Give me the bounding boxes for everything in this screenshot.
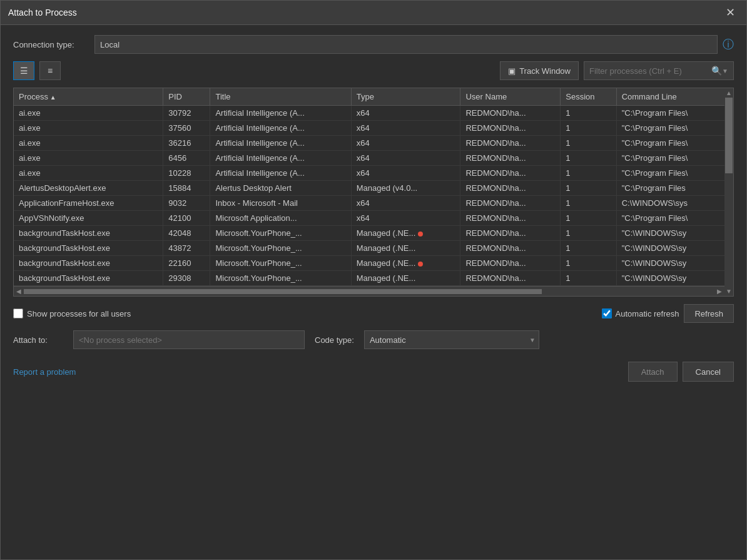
table-row[interactable]: AppVShNotify.exe42100Microsoft Applicati… bbox=[14, 211, 724, 226]
process-table-main: Process PID Title Type User Name Session… bbox=[14, 88, 724, 296]
h-scroll-track bbox=[24, 289, 714, 294]
col-session[interactable]: Session bbox=[561, 88, 616, 106]
table-row[interactable]: backgroundTaskHost.exe42048Microsoft.You… bbox=[14, 226, 724, 241]
report-problem-link[interactable]: Report a problem bbox=[13, 367, 76, 377]
automatic-refresh-checkbox[interactable] bbox=[602, 308, 612, 318]
attach-to-label: Attach to: bbox=[13, 335, 63, 345]
table-row[interactable]: ai.exe30792Artificial Intelligence (A...… bbox=[14, 106, 724, 121]
filter-input[interactable] bbox=[584, 64, 706, 78]
attach-to-process-dialog: Attach to Process ✕ Connection type: Loc… bbox=[0, 0, 747, 560]
table-row[interactable]: backgroundTaskHost.exe29308Microsoft.You… bbox=[14, 271, 724, 286]
code-type-label: Code type: bbox=[315, 335, 354, 345]
managed-dot-indicator bbox=[418, 262, 423, 267]
filter-dropdown-icon: ▼ bbox=[722, 68, 728, 74]
table-row[interactable]: AlertusDesktopAlert.exe15884Alertus Desk… bbox=[14, 181, 724, 196]
track-window-button[interactable]: ▣ Track Window bbox=[500, 61, 579, 80]
show-all-users-label[interactable]: Show processes for all users bbox=[13, 308, 131, 318]
v-scroll-thumb bbox=[725, 98, 733, 173]
auto-refresh-group: Automatic refresh Refresh bbox=[602, 304, 734, 323]
scroll-right-arrow[interactable]: ▶ bbox=[716, 288, 723, 295]
table-row[interactable]: backgroundTaskHost.exe43872Microsoft.You… bbox=[14, 241, 724, 256]
attach-button[interactable]: Attach bbox=[628, 362, 678, 382]
connection-type-label: Connection type: bbox=[13, 40, 88, 49]
title-bar: Attach to Process ✕ bbox=[1, 1, 746, 25]
scroll-up-arrow[interactable]: ▲ bbox=[724, 88, 733, 98]
filter-search-button[interactable]: 🔍 ▼ bbox=[706, 64, 733, 77]
list-view-button[interactable]: ☰ bbox=[13, 61, 34, 80]
table-row[interactable]: ai.exe36216Artificial Intelligence (A...… bbox=[14, 136, 724, 151]
detail-view-icon: ≡ bbox=[48, 66, 53, 76]
toolbar-row: ☰ ≡ ▣ Track Window 🔍 ▼ bbox=[13, 61, 734, 80]
vertical-scrollbar[interactable]: ▲ ▼ bbox=[724, 88, 733, 296]
scroll-down-arrow[interactable]: ▼ bbox=[724, 287, 733, 296]
col-process[interactable]: Process bbox=[14, 88, 163, 106]
dialog-body: Connection type: Local ⓘ ☰ ≡ ▣ Track Win… bbox=[1, 25, 746, 559]
show-all-users-text: Show processes for all users bbox=[27, 309, 131, 318]
detail-view-button[interactable]: ≡ bbox=[39, 61, 61, 80]
table-row[interactable]: ai.exe37560Artificial Intelligence (A...… bbox=[14, 121, 724, 136]
search-icon: 🔍 bbox=[711, 66, 722, 76]
list-view-icon: ☰ bbox=[20, 66, 28, 76]
close-button[interactable]: ✕ bbox=[722, 6, 739, 19]
attach-to-input[interactable] bbox=[73, 330, 305, 349]
refresh-button[interactable]: Refresh bbox=[684, 304, 734, 323]
managed-dot-indicator bbox=[418, 232, 423, 237]
col-pid[interactable]: PID bbox=[163, 88, 210, 106]
show-all-users-checkbox[interactable] bbox=[13, 308, 23, 318]
h-scroll-thumb bbox=[24, 289, 542, 294]
attach-to-row: Attach to: Code type: Automatic ▼ bbox=[13, 330, 734, 349]
bottom-action-row: Report a problem Attach Cancel bbox=[13, 357, 734, 384]
automatic-refresh-text: Automatic refresh bbox=[616, 309, 679, 318]
connection-type-select[interactable]: Local bbox=[94, 35, 718, 54]
table-header-row: Process PID Title Type User Name Session… bbox=[14, 88, 724, 106]
process-table-body: ai.exe30792Artificial Intelligence (A...… bbox=[14, 106, 724, 286]
bottom-options-row: Show processes for all users Automatic r… bbox=[13, 304, 734, 323]
track-window-label: Track Window bbox=[519, 66, 571, 76]
filter-wrap: 🔍 ▼ bbox=[584, 61, 734, 80]
col-title[interactable]: Title bbox=[210, 88, 351, 106]
info-icon[interactable]: ⓘ bbox=[723, 37, 734, 52]
scroll-left-arrow[interactable]: ◀ bbox=[15, 288, 23, 295]
table-row[interactable]: backgroundTaskHost.exe22160Microsoft.You… bbox=[14, 256, 724, 271]
connection-type-row: Connection type: Local ⓘ bbox=[13, 35, 734, 54]
table-row[interactable]: ApplicationFrameHost.exe9032Inbox - Micr… bbox=[14, 196, 724, 211]
process-table-container: Process PID Title Type User Name Session… bbox=[13, 88, 734, 297]
dialog-title: Attach to Process bbox=[8, 8, 77, 18]
table-row[interactable]: ai.exe6456Artificial Intelligence (A...x… bbox=[14, 151, 724, 166]
cancel-button[interactable]: Cancel bbox=[683, 362, 734, 382]
horizontal-scrollbar[interactable]: ◀ ▶ bbox=[14, 286, 724, 296]
col-username[interactable]: User Name bbox=[460, 88, 561, 106]
process-table: Process PID Title Type User Name Session… bbox=[14, 88, 724, 286]
connection-select-wrap: Local ⓘ bbox=[94, 35, 734, 54]
track-window-icon: ▣ bbox=[508, 66, 516, 76]
col-type[interactable]: Type bbox=[351, 88, 460, 106]
code-type-select[interactable]: Automatic bbox=[364, 330, 539, 349]
col-cmdline[interactable]: Command Line bbox=[616, 88, 724, 106]
table-row[interactable]: ai.exe10228Artificial Intelligence (A...… bbox=[14, 166, 724, 181]
automatic-refresh-label[interactable]: Automatic refresh bbox=[602, 308, 679, 318]
action-buttons: Attach Cancel bbox=[628, 362, 734, 382]
v-scroll-track bbox=[724, 98, 733, 287]
